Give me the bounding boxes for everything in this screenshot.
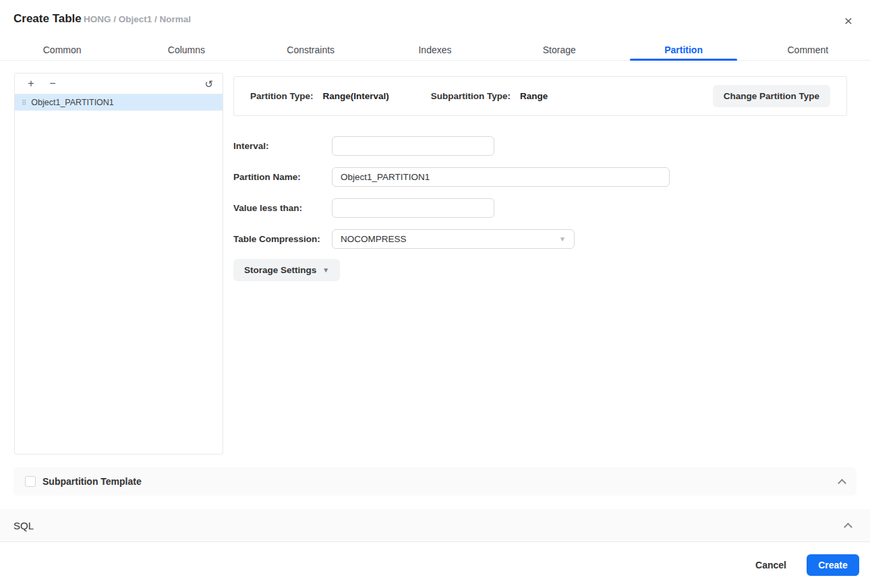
tab-common[interactable]: Common: [0, 39, 124, 60]
partition-list-panel: + − ↺ ⠿ Object1_PARTITION1: [14, 73, 223, 454]
storage-settings-label: Storage Settings: [244, 265, 316, 275]
interval-row: Interval:: [233, 136, 847, 156]
close-icon[interactable]: ×: [839, 11, 858, 30]
dialog-footer: Cancel Create: [0, 542, 870, 588]
partition-type-label: Partition Type:: [250, 91, 314, 101]
add-partition-icon[interactable]: +: [24, 78, 38, 89]
partition-list-toolbar: + − ↺: [15, 74, 223, 94]
chevron-down-icon: ▼: [559, 235, 566, 243]
tab-partition[interactable]: Partition: [621, 39, 745, 60]
partition-type-value: Range(Interval): [323, 91, 389, 101]
tab-columns[interactable]: Columns: [124, 39, 248, 60]
chevron-up-icon[interactable]: [844, 523, 852, 531]
chevron-down-icon: ▼: [322, 266, 329, 274]
tab-storage[interactable]: Storage: [497, 39, 621, 60]
sql-section-label: SQL: [13, 520, 34, 531]
breadcrumb: HONG / Object1 / Normal: [84, 14, 191, 24]
tab-comment[interactable]: Comment: [746, 39, 870, 60]
cancel-button[interactable]: Cancel: [755, 560, 786, 570]
create-button[interactable]: Create: [807, 554, 859, 576]
partition-list-item[interactable]: ⠿ Object1_PARTITION1: [15, 94, 223, 111]
partition-name-label: Partition Name:: [233, 172, 332, 182]
tab-constraints[interactable]: Constraints: [249, 39, 373, 60]
change-partition-type-button[interactable]: Change Partition Type: [713, 85, 830, 107]
value-less-than-row: Value less than:: [233, 198, 847, 218]
remove-partition-icon[interactable]: −: [46, 78, 59, 89]
table-compression-row: Table Compression: NOCOMPRESS ▼: [233, 229, 847, 249]
partition-type-bar: Partition Type: Range(Interval) Subparti…: [233, 76, 847, 116]
tab-indexes[interactable]: Indexes: [373, 39, 497, 60]
page-title: Create Table: [13, 12, 82, 26]
dialog-header: Create Table HONG / Object1 / Normal ×: [0, 0, 870, 39]
interval-label: Interval:: [233, 141, 332, 151]
tab-bar: Common Columns Constraints Indexes Stora…: [0, 39, 870, 61]
sql-section: SQL: [0, 509, 870, 542]
partition-name-input[interactable]: [332, 167, 670, 187]
storage-settings-button[interactable]: Storage Settings ▼: [233, 259, 340, 281]
subpartition-template-checkbox[interactable]: [25, 476, 36, 487]
subpartition-type-value: Range: [520, 91, 548, 101]
subpartition-type-label: Subpartition Type:: [431, 91, 511, 101]
subpartition-template-label: Subpartition Template: [42, 476, 142, 487]
create-table-dialog: Create Table HONG / Object1 / Normal × C…: [0, 0, 870, 588]
subpartition-template-section: Subpartition Template: [13, 467, 857, 496]
chevron-up-icon[interactable]: [838, 479, 846, 488]
table-compression-label: Table Compression:: [233, 234, 332, 244]
storage-settings-row: Storage Settings ▼: [233, 260, 847, 280]
partition-name-row: Partition Name:: [233, 167, 847, 187]
interval-input[interactable]: [332, 136, 494, 156]
value-less-than-label: Value less than:: [233, 203, 332, 213]
partition-item-label: Object1_PARTITION1: [31, 98, 114, 107]
partition-form: Interval: Partition Name: Value less tha…: [233, 136, 847, 291]
table-compression-select[interactable]: NOCOMPRESS ▼: [332, 229, 575, 249]
refresh-icon[interactable]: ↺: [204, 79, 213, 89]
value-less-than-input[interactable]: [332, 198, 494, 218]
drag-handle-icon[interactable]: ⠿: [22, 99, 26, 107]
table-compression-value: NOCOMPRESS: [341, 234, 407, 244]
